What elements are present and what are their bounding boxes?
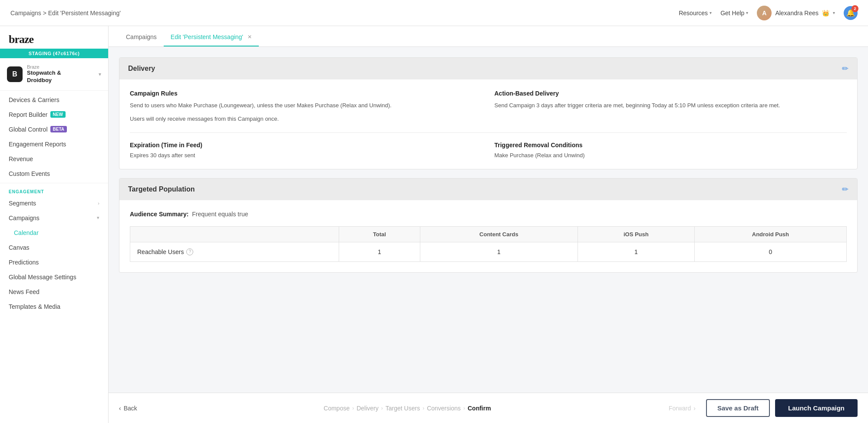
android-push-cell: 0 xyxy=(694,242,846,261)
chevron-down-icon: ▾ xyxy=(746,10,748,15)
save-draft-button[interactable]: Save as Draft xyxy=(706,399,770,417)
get-help-button[interactable]: Get Help ▾ xyxy=(720,10,748,17)
notification-button[interactable]: 🔔 2 xyxy=(844,6,858,20)
forward-arrow-icon: › xyxy=(693,405,696,412)
step-arrow-4: › xyxy=(463,405,465,411)
triggered-title: Triggered Removal Conditions xyxy=(495,142,847,149)
delivery-edit-button[interactable]: ✏ xyxy=(842,64,848,73)
campaign-rules-title: Campaign Rules xyxy=(130,90,482,97)
action-based-title: Action-Based Delivery xyxy=(495,90,847,97)
reachable-users-cell: Reachable Users ? xyxy=(137,248,332,255)
chevron-right-icon: › xyxy=(98,201,99,206)
tab-campaigns[interactable]: Campaigns xyxy=(119,28,164,46)
chevron-down-icon: ▾ xyxy=(99,71,101,77)
chevron-down-icon: ▾ xyxy=(833,10,835,15)
targeted-population-edit-button[interactable]: ✏ xyxy=(842,185,848,194)
triggered-removal-block: Triggered Removal Conditions Make Purcha… xyxy=(495,142,847,159)
col-header-content-cards: Content Cards xyxy=(420,226,578,242)
step-confirm[interactable]: Confirm xyxy=(468,405,491,412)
brand-name: Braze xyxy=(27,64,94,69)
chevron-down-icon: ▾ xyxy=(710,10,712,15)
col-header-total: Total xyxy=(339,226,420,242)
sidebar-item-canvas[interactable]: Canvas xyxy=(0,240,108,255)
content-cards-cell: 1 xyxy=(420,242,578,261)
sidebar-item-devices-carriers[interactable]: Devices & Carriers xyxy=(0,93,108,107)
sidebar-item-predictions[interactable]: Predictions xyxy=(0,255,108,270)
expiration-title: Expiration (Time in Feed) xyxy=(130,142,482,149)
sidebar-item-templates-media[interactable]: Templates & Media xyxy=(0,299,108,314)
campaign-rules-text1: Send to users who Make Purchase (Loungew… xyxy=(130,101,482,110)
user-info[interactable]: A Alexandra Rees 👑 ▾ xyxy=(757,6,835,20)
step-arrow-3: › xyxy=(422,405,424,411)
step-compose[interactable]: Compose xyxy=(323,405,350,412)
step-conversions[interactable]: Conversions xyxy=(427,405,461,412)
targeted-population-section: Targeted Population ✏ Audience Summary: … xyxy=(119,178,858,273)
step-delivery[interactable]: Delivery xyxy=(356,405,379,412)
table-row: Reachable Users ? 1 1 1 0 xyxy=(130,242,847,261)
sidebar-item-calendar[interactable]: Calendar xyxy=(0,225,108,240)
ios-push-cell: 1 xyxy=(578,242,694,261)
col-header-ios-push: iOS Push xyxy=(578,226,694,242)
breadcrumb: Campaigns > Edit 'Persistent Messaging' xyxy=(10,10,121,17)
sidebar-item-global-message-settings[interactable]: Global Message Settings xyxy=(0,270,108,284)
back-arrow-icon: ‹ xyxy=(119,405,121,412)
brand-selector[interactable]: B Braze Stopwatch &Droidboy ▾ xyxy=(0,58,108,91)
sidebar-item-revenue[interactable]: Revenue xyxy=(0,152,108,166)
sidebar-item-engagement-reports[interactable]: Engagement Reports xyxy=(0,137,108,152)
action-based-delivery-block: Action-Based Delivery Send Campaign 3 da… xyxy=(495,90,847,124)
brand-icon: B xyxy=(7,66,23,82)
engagement-section-label: ENGAGEMENT xyxy=(0,185,108,196)
step-arrow-1: › xyxy=(352,405,354,411)
step-arrow-2: › xyxy=(381,405,383,411)
info-icon[interactable]: ? xyxy=(186,248,193,255)
reach-table: Total Content Cards iOS Push Android Pus… xyxy=(130,226,847,262)
total-cell: 1 xyxy=(339,242,420,261)
step-target-users[interactable]: Target Users xyxy=(386,405,420,412)
sidebar-item-report-builder[interactable]: Report Builder NEW xyxy=(0,107,108,122)
brand-company: Stopwatch &Droidboy xyxy=(27,69,94,84)
campaign-rules-block: Campaign Rules Send to users who Make Pu… xyxy=(130,90,482,124)
sidebar-item-segments[interactable]: Segments › xyxy=(0,196,108,211)
audience-summary: Audience Summary: Frequent equals true xyxy=(130,211,847,218)
expiration-block: Expiration (Time in Feed) Expires 30 day… xyxy=(130,142,482,159)
back-button[interactable]: ‹ Back xyxy=(119,405,137,412)
delivery-section-title: Delivery xyxy=(128,65,155,73)
campaign-rules-text2: Users will only receive messages from th… xyxy=(130,115,482,124)
expiration-text: Expires 30 days after sent xyxy=(130,152,482,159)
user-name: Alexandra Rees xyxy=(775,10,818,17)
forward-button[interactable]: Forward › xyxy=(669,405,696,412)
sidebar-item-global-control[interactable]: Global Control BETA xyxy=(0,122,108,137)
avatar: A xyxy=(757,6,772,20)
tab-edit-persistent-messaging[interactable]: Edit 'Persistent Messaging' ✕ xyxy=(164,28,259,46)
col-header-empty xyxy=(130,226,339,242)
launch-campaign-button[interactable]: Launch Campaign xyxy=(775,399,858,417)
resources-button[interactable]: Resources ▾ xyxy=(679,10,712,17)
sidebar-item-campaigns[interactable]: Campaigns ▾ xyxy=(0,211,108,225)
notification-badge: 2 xyxy=(851,5,858,12)
crown-icon: 👑 xyxy=(822,10,829,17)
tab-close-icon[interactable]: ✕ xyxy=(248,34,252,40)
beta-badge: BETA xyxy=(50,126,67,132)
action-based-text: Send Campaign 3 days after trigger crite… xyxy=(495,101,847,110)
staging-badge: STAGING (47c6176c) xyxy=(0,49,108,58)
braze-logo: braze xyxy=(9,33,99,46)
delivery-section: Delivery ✏ Campaign Rules Send to users … xyxy=(119,57,858,169)
triggered-text: Make Purchase (Relax and Unwind) xyxy=(495,152,847,159)
new-badge: NEW xyxy=(50,111,66,118)
sidebar-item-news-feed[interactable]: News Feed xyxy=(0,284,108,299)
col-header-android-push: Android Push xyxy=(694,226,846,242)
sidebar-item-custom-events[interactable]: Custom Events xyxy=(0,166,108,181)
targeted-population-title: Targeted Population xyxy=(128,185,195,193)
chevron-down-icon: ▾ xyxy=(97,215,99,221)
